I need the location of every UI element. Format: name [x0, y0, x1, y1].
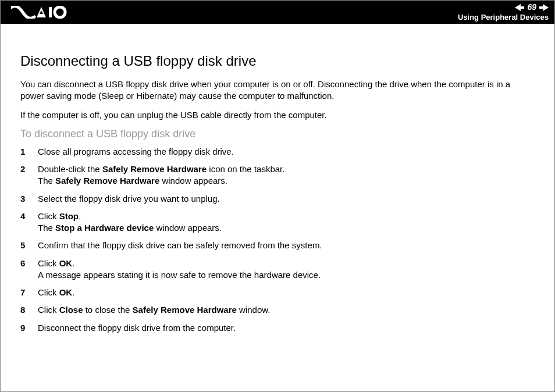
bold-term: Safely Remove Hardware	[102, 164, 207, 174]
step-text: Click OK.A message appears stating it is…	[38, 258, 535, 281]
step-text: Click OK.	[38, 287, 535, 298]
next-page-arrow-icon[interactable]	[539, 4, 549, 11]
step-number: 4	[20, 211, 38, 222]
header-bar: 69 Using Peripheral Devices	[1, 1, 554, 24]
step-item: 5Confirm that the floppy disk drive can …	[20, 240, 535, 251]
page-title: Disconnecting a USB floppy disk drive	[20, 53, 535, 69]
text-run: Double-click the	[38, 164, 102, 174]
step-item: 2Double-click the Safely Remove Hardware…	[20, 163, 535, 187]
step-number: 3	[20, 193, 38, 205]
text-run: to close the	[83, 305, 133, 315]
step-text: Close all programs accessing the floppy …	[38, 146, 535, 158]
text-run: window appears.	[159, 176, 227, 186]
text-run: Click	[38, 305, 59, 315]
text-run: Disconnect the floppy disk drive from th…	[38, 323, 236, 333]
step-text: Disconnect the floppy disk drive from th…	[38, 322, 535, 334]
svg-marker-3	[539, 4, 549, 11]
step-item: 1Close all programs accessing the floppy…	[20, 146, 535, 158]
step-number: 8	[20, 304, 38, 316]
text-run: Select the floppy disk drive you want to…	[38, 194, 220, 204]
svg-marker-2	[515, 4, 524, 11]
text-run: Confirm that the floppy disk drive can b…	[38, 240, 322, 250]
step-text: Click Close to close the Safely Remove H…	[38, 304, 535, 316]
text-run: Click	[38, 287, 59, 297]
text-run: Click	[38, 258, 59, 268]
text-run: .	[72, 287, 74, 297]
step-number: 2	[20, 163, 38, 175]
bold-term: Safely Remove Hardware	[55, 176, 159, 186]
bold-term: Stop	[59, 211, 79, 221]
step-number: 1	[20, 146, 38, 158]
svg-rect-0	[49, 7, 52, 17]
text-run: .	[79, 211, 81, 221]
step-text: Double-click the Safely Remove Hardware …	[38, 163, 535, 187]
bold-term: OK	[59, 258, 73, 268]
section-name: Using Peripheral Devices	[458, 13, 549, 22]
step-number: 7	[20, 287, 38, 298]
step-number: 9	[20, 322, 38, 334]
text-run: Close all programs accessing the floppy …	[38, 147, 234, 156]
bold-term: OK	[59, 287, 73, 297]
step-item: 8Click Close to close the Safely Remove …	[20, 304, 535, 316]
page-nav: 69	[458, 2, 549, 12]
header-right: 69 Using Peripheral Devices	[458, 2, 549, 22]
step-item: 4Click Stop.The Stop a Hardware device w…	[20, 211, 535, 234]
step-item: 7Click OK.	[20, 287, 535, 298]
step-number: 6	[20, 258, 38, 269]
step-item: 9Disconnect the floppy disk drive from t…	[20, 322, 535, 334]
text-run: A message appears stating it is now safe…	[38, 270, 321, 280]
text-run: .	[72, 258, 74, 268]
text-run: window.	[237, 305, 271, 315]
vaio-logo-svg	[11, 6, 67, 19]
page-number: 69	[525, 2, 538, 12]
step-item: 3Select the floppy disk drive you want t…	[20, 193, 535, 205]
content-area: Disconnecting a USB floppy disk drive Yo…	[1, 24, 554, 334]
step-text: Select the floppy disk drive you want to…	[38, 193, 535, 205]
text-run: The	[38, 223, 55, 233]
intro-paragraph-2: If the computer is off, you can unplug t…	[20, 109, 535, 121]
vaio-logo	[11, 6, 67, 19]
step-text: Confirm that the floppy disk drive can b…	[38, 240, 535, 251]
bold-term: Safely Remove Hardware	[133, 305, 237, 315]
step-number: 5	[20, 240, 38, 251]
text-run: The	[38, 176, 55, 186]
intro-paragraph-1: You can disconnect a USB floppy disk dri…	[20, 79, 535, 102]
text-run: Click	[38, 211, 59, 221]
prev-page-arrow-icon[interactable]	[515, 4, 524, 11]
step-item: 6Click OK.A message appears stating it i…	[20, 258, 535, 281]
step-text: Click Stop.The Stop a Hardware device wi…	[38, 211, 535, 234]
steps-list: 1Close all programs accessing the floppy…	[20, 146, 535, 334]
procedure-subheading: To disconnect a USB floppy disk drive	[20, 128, 535, 140]
bold-term: Close	[59, 305, 83, 315]
text-run: icon on the taskbar.	[207, 164, 284, 174]
svg-point-1	[55, 7, 65, 17]
bold-term: Stop a Hardware device	[55, 223, 154, 233]
document-page: 69 Using Peripheral Devices Disconnectin…	[0, 0, 555, 392]
text-run: window appears.	[154, 223, 222, 233]
